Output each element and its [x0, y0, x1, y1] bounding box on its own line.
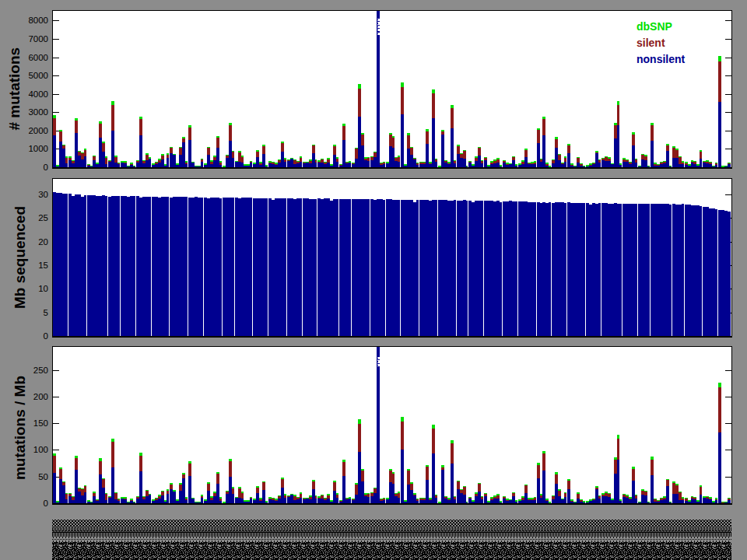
svg-text:0: 0	[44, 499, 48, 508]
svg-text:10: 10	[38, 284, 48, 293]
svg-text:25: 25	[38, 213, 48, 222]
svg-text:150: 150	[33, 418, 48, 428]
svg-text:0: 0	[44, 331, 48, 341]
svg-text:100: 100	[33, 445, 48, 454]
svg-text:silent: silent	[637, 37, 665, 49]
svg-text:nonsilent: nonsilent	[637, 53, 686, 65]
svg-text:5000: 5000	[28, 71, 48, 80]
svg-text:8000: 8000	[28, 16, 48, 25]
svg-text:7000: 7000	[28, 34, 48, 44]
svg-text:1000: 1000	[28, 144, 48, 153]
svg-text:# mutations: # mutations	[6, 47, 23, 131]
svg-text:dbSNP: dbSNP	[637, 20, 672, 33]
svg-text:3000: 3000	[28, 107, 48, 117]
svg-text:0: 0	[44, 163, 48, 172]
svg-text:200: 200	[33, 392, 48, 401]
svg-text:Mb sequenced: Mb sequenced	[12, 206, 28, 309]
svg-text:6000: 6000	[28, 53, 48, 62]
svg-text:20: 20	[38, 237, 48, 247]
svg-text:2000: 2000	[28, 126, 48, 135]
svg-text:30: 30	[38, 190, 48, 199]
svg-text:4000: 4000	[28, 89, 48, 99]
svg-text:50: 50	[38, 472, 48, 481]
svg-text:5: 5	[44, 308, 48, 317]
svg-text:mutations / Mb: mutations / Mb	[12, 376, 28, 480]
svg-text:250: 250	[33, 366, 48, 375]
svg-text:15: 15	[38, 261, 48, 270]
